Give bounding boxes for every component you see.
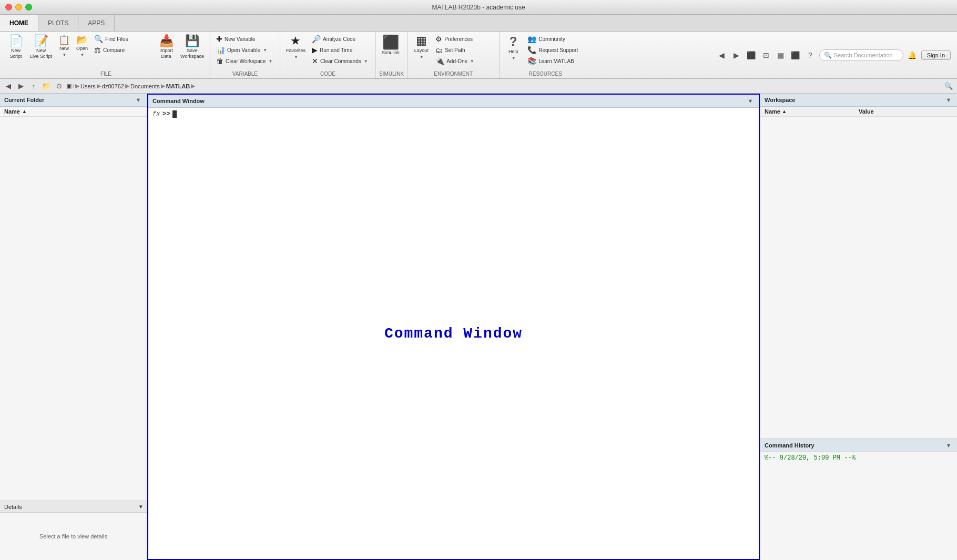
traffic-lights	[5, 4, 32, 11]
open-button[interactable]: 📂 Open ▼	[74, 34, 90, 59]
command-window-watermark: Command Window	[384, 325, 523, 342]
toolbar-btn-4[interactable]: ⊡	[760, 49, 772, 61]
workspace-name-sort-arrow: ▲	[782, 109, 787, 114]
toolbar-btn-6[interactable]: ⬛	[790, 49, 801, 61]
workspace-content	[760, 117, 957, 439]
clear-commands-icon: ✕	[312, 57, 318, 65]
favorites-button[interactable]: ★ Favorites ▼	[283, 34, 308, 61]
variable-section-label: VARIABLE	[213, 70, 277, 78]
breadcrumb-user[interactable]: dz00762	[102, 83, 124, 89]
breadcrumb-users[interactable]: Users	[80, 83, 96, 89]
fx-label: fx	[152, 110, 160, 118]
new-script-button[interactable]: 📄 New Script	[5, 34, 26, 61]
workspace-name-column-header: Name ▲	[765, 108, 859, 115]
folder-content	[0, 117, 147, 501]
help-icon-toolbar[interactable]: ?	[805, 49, 816, 61]
right-panel: Workspace ▼ Name ▲ Value Command History…	[760, 94, 957, 560]
breadcrumb-root[interactable]: ▣	[66, 83, 72, 89]
title-bar: MATLAB R2020b - academic use	[0, 0, 957, 15]
maximize-button[interactable]	[25, 4, 32, 11]
tab-plots[interactable]: PLOTS	[38, 15, 78, 31]
workspace-menu-button[interactable]: ▼	[944, 96, 953, 104]
toolbar-btn-1[interactable]: ◀	[716, 49, 728, 61]
set-path-button[interactable]: 🗂 Set Path	[433, 45, 496, 55]
clear-commands-button[interactable]: ✕ Clear Commands ▼	[309, 56, 372, 66]
nav-forward-button[interactable]: ▶	[16, 81, 26, 91]
workspace-table-header: Name ▲ Value	[760, 107, 957, 117]
add-ons-button[interactable]: 🔌 Add-Ons ▼	[433, 56, 496, 66]
search-doc-placeholder: Search Documentation	[834, 52, 893, 58]
clear-workspace-icon: 🗑	[216, 57, 223, 65]
compare-button[interactable]: ⚖ Compare	[91, 45, 155, 55]
ribbon-file-section: 📄 New Script 📝 New Live Script 📋 New ▼ 📂…	[2, 32, 210, 78]
command-window-header: Command Window ▼	[148, 95, 759, 108]
import-data-button[interactable]: 📥 Import Data	[156, 34, 177, 61]
command-window-content[interactable]: fx >> Command Window	[148, 108, 759, 559]
code-section-label: CODE	[283, 70, 372, 78]
new-dropdown-arrow: ▼	[63, 53, 67, 57]
search-documentation-input[interactable]: 🔍 Search Documentation	[819, 49, 903, 61]
run-and-time-button[interactable]: ▶ Run and Time	[309, 45, 372, 55]
prompt-arrows: >>	[162, 110, 170, 118]
layout-button[interactable]: ▦ Layout ▼	[411, 34, 432, 61]
preferences-icon: ⚙	[435, 35, 442, 43]
toolbar-btn-2[interactable]: ▶	[731, 49, 742, 61]
new-script-icon: 📄	[9, 35, 23, 47]
nav-back-button[interactable]: ◀	[3, 81, 14, 91]
ribbon-code-section: ★ Favorites ▼ 🔎 Analyze Code ▶ Run and T…	[280, 32, 376, 78]
find-files-button[interactable]: 🔍 Find Files	[91, 34, 155, 44]
breadcrumb: ▣ / ▶ Users ▶ dz00762 ▶ Documents ▶ MATL…	[66, 83, 195, 89]
tab-apps[interactable]: APPS	[78, 15, 115, 31]
new-variable-button[interactable]: ✚ New Variable	[213, 34, 277, 44]
open-dropdown-arrow: ▼	[80, 53, 85, 57]
main-layout: Current Folder ▼ Name ▲ Details ▾ Select…	[0, 94, 957, 560]
layout-icon: ▦	[416, 35, 427, 47]
search-doc-icon: 🔍	[824, 52, 832, 59]
ribbon-environment-section: ▦ Layout ▼ ⚙ Preferences 🗂 Set Path 🔌 Ad…	[408, 32, 500, 78]
nav-recent-button[interactable]: ⊙	[54, 81, 64, 91]
right-toolbar: ◀ ▶ ⬛ ⊡ ▤ ⬛ ? 🔍 Search Documentation 🔔 S…	[712, 32, 955, 78]
new-button[interactable]: 📋 New ▼	[56, 34, 73, 59]
command-window-menu-button[interactable]: ▼	[746, 97, 755, 105]
details-content: Select a file to view details	[0, 513, 147, 560]
workspace-header: Workspace ▼	[760, 94, 957, 107]
breadcrumb-documents[interactable]: Documents	[130, 83, 160, 89]
ribbon: 📄 New Script 📝 New Live Script 📋 New ▼ 📂…	[0, 32, 957, 79]
command-window-panel[interactable]: Command Window ▼ fx >> Command Window	[147, 94, 760, 560]
current-folder-header: Current Folder ▼	[0, 94, 147, 107]
close-button[interactable]	[5, 4, 12, 11]
notification-icon[interactable]: 🔔	[907, 49, 918, 61]
nav-browse-button[interactable]: 📁	[41, 81, 52, 91]
tab-home[interactable]: HOME	[0, 15, 38, 31]
preferences-button[interactable]: ⚙ Preferences	[433, 34, 496, 44]
command-prompt: fx >>	[148, 108, 759, 120]
minimize-button[interactable]	[15, 4, 22, 11]
details-section: Details ▾ Select a file to view details	[0, 501, 147, 560]
open-variable-button[interactable]: 📊 Open Variable ▼	[213, 45, 277, 55]
analyze-code-button[interactable]: 🔎 Analyze Code	[309, 34, 372, 44]
nav-bar: ◀ ▶ ↑ 📁 ⊙ ▣ / ▶ Users ▶ dz00762 ▶ Docume…	[0, 79, 957, 94]
save-workspace-button[interactable]: 💾 Save Workspace	[178, 34, 207, 61]
current-folder-panel: Current Folder ▼ Name ▲ Details ▾ Select…	[0, 94, 147, 560]
simulink-icon: ⬛	[382, 35, 399, 49]
command-history-menu-button[interactable]: ▼	[944, 441, 953, 450]
nav-up-button[interactable]: ↑	[28, 81, 39, 91]
community-button[interactable]: 👥 Community	[525, 34, 588, 44]
request-support-button[interactable]: 📞 Request Support	[525, 45, 588, 55]
help-button[interactable]: ? Help ▼	[503, 34, 524, 62]
current-folder-menu-button[interactable]: ▼	[134, 96, 142, 104]
clear-workspace-button[interactable]: 🗑 Clear Workspace ▼	[213, 56, 277, 66]
nav-search-icon[interactable]: 🔍	[943, 81, 954, 91]
new-live-script-button[interactable]: 📝 New Live Script	[27, 34, 55, 61]
sign-in-button[interactable]: Sign In	[921, 50, 951, 60]
simulink-button[interactable]: ⬛ Simulink	[379, 34, 402, 57]
new-live-script-icon: 📝	[34, 35, 48, 47]
new-variable-icon: ✚	[216, 35, 222, 43]
workspace-value-column-header: Value	[859, 108, 953, 115]
details-header[interactable]: Details ▾	[0, 501, 147, 513]
file-section-label: FILE	[5, 70, 207, 78]
learn-matlab-button[interactable]: 📚 Learn MATLAB	[525, 56, 588, 66]
breadcrumb-matlab[interactable]: MATLAB	[166, 83, 190, 89]
toolbar-btn-5[interactable]: ▤	[775, 49, 787, 61]
toolbar-btn-3[interactable]: ⬛	[746, 49, 757, 61]
